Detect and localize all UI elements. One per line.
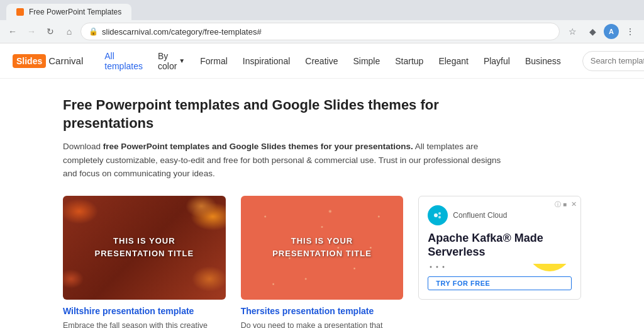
- template-thumbnail-thersites: THIS IS YOURPRESENTATION TITLE: [241, 196, 404, 300]
- templates-grid: THIS IS YOURPRESENTATION TITLE Wiltshire…: [63, 196, 581, 328]
- template-name-thersites[interactable]: Thersites presentation template: [241, 306, 404, 316]
- template-desc-thersites: Do you need to make a presentation that …: [241, 320, 404, 328]
- reload-button[interactable]: ↻: [43, 24, 58, 39]
- browser-chrome: Free PowerPoint Templates ← → ↻ ⌂ 🔒 slid…: [0, 0, 644, 43]
- nav-elegant[interactable]: Elegant: [432, 52, 474, 70]
- ad-graphic: [428, 264, 572, 271]
- thumb-title-thersites: THIS IS YOURPRESENTATION TITLE: [272, 235, 372, 261]
- nav-all-templates[interactable]: All templates: [98, 47, 149, 75]
- logo-slides: Slides: [13, 54, 46, 68]
- ad-logo-icon: [428, 205, 448, 225]
- hero-desc-bold: free PowerPoint templates and Google Sli…: [103, 142, 413, 151]
- lock-icon: 🔒: [89, 27, 98, 36]
- bookmark-button[interactable]: ☆: [564, 23, 581, 40]
- ad-thumbnail: ⓘ ■ ✕ Confluent Cloud Apache Kafka® Mad: [418, 196, 581, 300]
- nav-business[interactable]: Business: [519, 52, 567, 70]
- thumb-title-wiltshire: THIS IS YOURPRESENTATION TITLE: [95, 235, 194, 261]
- nav-creative[interactable]: Creative: [299, 52, 344, 70]
- ad-headline: Apache Kafka® Made Serverless: [428, 232, 572, 259]
- page-content: Slides Carnival All templates By color ▼…: [0, 43, 644, 328]
- site-nav: Slides Carnival All templates By color ▼…: [0, 43, 644, 79]
- search-box[interactable]: 🔍: [582, 51, 644, 71]
- ad-cta-button[interactable]: TRY FOR FREE: [428, 276, 572, 290]
- svg-point-1: [438, 212, 441, 215]
- nav-links: All templates By color ▼ Formal Inspirat…: [98, 47, 567, 75]
- template-name-wiltshire[interactable]: Wiltshire presentation template: [63, 306, 226, 316]
- hero-description: Download free PowerPoint templates and G…: [63, 140, 503, 181]
- back-button[interactable]: ←: [5, 24, 20, 39]
- extensions-button[interactable]: ◆: [584, 23, 601, 40]
- nav-inspirational[interactable]: Inspirational: [236, 52, 297, 70]
- hero-desc-prefix: Download: [63, 142, 103, 151]
- toolbar-actions: ☆ ◆ A ⋮: [564, 23, 639, 40]
- address-text: slidescarnival.com/category/free-templat…: [102, 27, 552, 37]
- chevron-down-icon: ▼: [179, 57, 185, 64]
- ad-circle-yellow: [528, 264, 572, 271]
- template-desc-wiltshire: Embrace the fall season with this creati…: [63, 320, 226, 328]
- logo-carnival: Carnival: [48, 55, 83, 66]
- svg-point-2: [438, 216, 441, 218]
- nav-startup[interactable]: Startup: [389, 52, 430, 70]
- address-bar[interactable]: 🔒 slidescarnival.com/category/free-templ…: [80, 23, 560, 40]
- ad-dots: [428, 264, 459, 271]
- logo[interactable]: Slides Carnival: [13, 54, 83, 68]
- search-input[interactable]: [591, 56, 644, 65]
- forward-button[interactable]: →: [24, 24, 39, 39]
- nav-playful[interactable]: Playful: [477, 52, 516, 70]
- ad-company: Confluent Cloud: [453, 211, 507, 220]
- nav-simple[interactable]: Simple: [347, 52, 386, 70]
- tab-favicon: [16, 8, 24, 16]
- browser-tabs: Free PowerPoint Templates: [0, 0, 644, 20]
- svg-point-0: [434, 213, 438, 217]
- ad-card: ⓘ ■ ✕ Confluent Cloud Apache Kafka® Mad: [418, 196, 581, 328]
- nav-by-color[interactable]: By color ▼: [152, 47, 191, 75]
- templates-section: THIS IS YOURPRESENTATION TITLE Wiltshire…: [0, 196, 644, 328]
- ad-close-icon[interactable]: ✕: [571, 200, 577, 208]
- hero-section: Free Powerpoint templates and Google Sli…: [0, 79, 566, 196]
- ad-badge: ⓘ ■: [555, 200, 567, 209]
- hero-title: Free Powerpoint templates and Google Sli…: [63, 96, 503, 132]
- tab-title: Free PowerPoint Templates: [29, 8, 121, 16]
- ad-logo-row: Confluent Cloud: [428, 205, 572, 225]
- template-thumbnail-wiltshire: THIS IS YOURPRESENTATION TITLE: [63, 196, 226, 300]
- active-tab[interactable]: Free PowerPoint Templates: [6, 4, 131, 20]
- profile-button[interactable]: A: [604, 24, 619, 39]
- nav-formal[interactable]: Formal: [194, 52, 234, 70]
- browser-toolbar: ← → ↻ ⌂ 🔒 slidescarnival.com/category/fr…: [0, 20, 644, 43]
- menu-button[interactable]: ⋮: [621, 23, 639, 40]
- template-card-wiltshire[interactable]: THIS IS YOURPRESENTATION TITLE Wiltshire…: [63, 196, 226, 328]
- template-card-thersites[interactable]: THIS IS YOURPRESENTATION TITLE Thersites…: [241, 196, 404, 328]
- home-button[interactable]: ⌂: [62, 24, 77, 39]
